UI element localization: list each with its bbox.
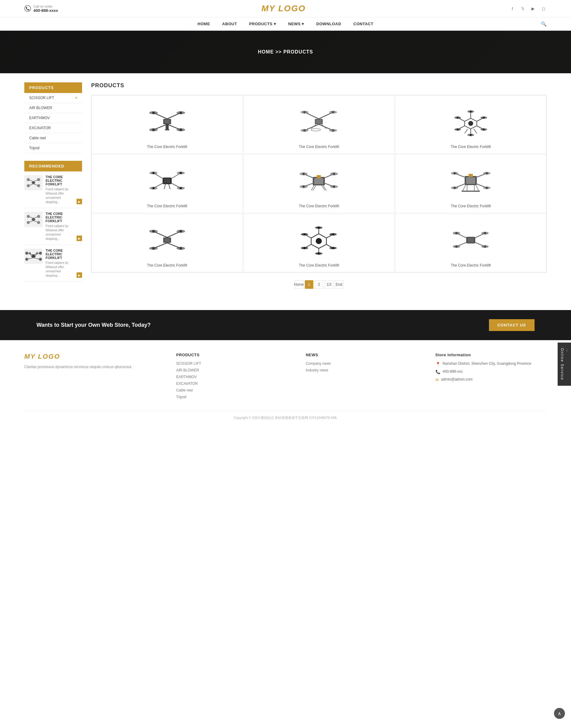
- svg-line-118: [313, 186, 316, 191]
- svg-point-43: [152, 128, 155, 131]
- nav-contact[interactable]: CONTACT: [353, 22, 373, 26]
- sidebar-item-tripod[interactable]: Tripod: [24, 143, 82, 153]
- footer-link-earthmov[interactable]: EARTHMOV: [176, 375, 288, 379]
- page-1[interactable]: 1: [305, 280, 313, 289]
- product-card-1[interactable]: The Core Electric Forklift: [92, 95, 243, 154]
- product-img-5: [248, 161, 390, 200]
- svg-point-173: [304, 247, 306, 249]
- svg-point-153: [152, 247, 155, 249]
- twitter-icon[interactable]: 𝕏: [519, 5, 526, 12]
- product-card-7[interactable]: The Core Electric Forklift: [92, 214, 243, 272]
- svg-point-82: [457, 128, 459, 130]
- footer-link-tripod[interactable]: Tripod: [176, 395, 288, 399]
- footer-address: 📍 Nanshan District, Shenzhen City, Guang…: [436, 361, 547, 366]
- nav-products[interactable]: PRODUCTS ▾: [249, 22, 276, 26]
- sidebar: PRODUCTS SCISSOR LIFT + AIR BLOWER EARTH…: [24, 82, 82, 295]
- sidebar-item-cable[interactable]: Cable reel: [24, 133, 82, 143]
- svg-point-186: [484, 232, 486, 234]
- rec-item-1[interactable]: THE CORE ELECTRIC FORKLIFT Fixed caliper…: [24, 172, 82, 208]
- svg-rect-45: [165, 124, 168, 130]
- svg-point-17: [37, 221, 40, 224]
- search-icon[interactable]: 🔍: [541, 21, 547, 27]
- page-2[interactable]: 2: [315, 280, 323, 289]
- svg-point-174: [304, 233, 306, 235]
- footer-link-company-news[interactable]: Company news: [306, 361, 417, 366]
- product-card-9[interactable]: The Core Electric Forklift: [395, 214, 546, 272]
- svg-point-115: [303, 186, 305, 188]
- products-title: PRODUCTS: [91, 82, 547, 89]
- youtube-icon[interactable]: ▶: [530, 5, 536, 12]
- sidebar-item-airblower[interactable]: AIR BLOWER: [24, 103, 82, 113]
- svg-point-97: [180, 172, 182, 174]
- footer-link-excavator[interactable]: EXCAVATOR: [176, 382, 288, 386]
- sidebar-item-scissor[interactable]: SCISSOR LIFT +: [24, 93, 82, 103]
- cta-text: Wants to Start your Own Web Store, Today…: [36, 322, 151, 328]
- svg-point-30: [36, 252, 38, 254]
- svg-line-100: [164, 184, 165, 189]
- header-top: 📞 Call on order 400-888-xxxx MY LOGO f 𝕏…: [0, 0, 571, 17]
- svg-point-26: [39, 258, 42, 261]
- svg-rect-104: [317, 175, 321, 178]
- sidebar-item-earthmov[interactable]: EARTHMOV: [24, 113, 82, 123]
- product-card-2[interactable]: The Core Electric Forklift: [243, 95, 395, 154]
- rec-item-3[interactable]: THE CORE ELECTRIC FORKLIFT Fixed caliper…: [24, 245, 82, 282]
- svg-point-15: [37, 215, 40, 218]
- rec-info-3: THE CORE ELECTRIC FORKLIFT Fixed caliper…: [45, 249, 74, 278]
- facebook-icon[interactable]: f: [509, 5, 516, 12]
- footer-news-title: NEWS: [306, 352, 417, 357]
- footer-email: ✉ admin@admin.com: [436, 377, 547, 382]
- nav-news[interactable]: NEWS ▾: [288, 22, 304, 26]
- svg-rect-48: [316, 120, 321, 123]
- product-card-8[interactable]: The Core Electric Forklift: [243, 214, 395, 272]
- page-home[interactable]: Home: [295, 280, 303, 289]
- svg-point-171: [332, 247, 334, 249]
- svg-point-113: [303, 173, 305, 175]
- footer-link-scissor[interactable]: SCISSOR LIFT: [176, 361, 288, 366]
- svg-point-59: [303, 129, 306, 132]
- footer-brand: MY LOGO Claritas processus dynamicus rec…: [24, 352, 158, 402]
- svg-rect-122: [466, 177, 475, 184]
- svg-rect-103: [314, 178, 323, 184]
- products-arrow: ▾: [274, 22, 276, 26]
- page-end[interactable]: End: [335, 280, 343, 289]
- product-img-6: [400, 161, 542, 200]
- site-logo[interactable]: MY LOGO: [261, 4, 306, 13]
- nav-home[interactable]: HOME: [198, 22, 210, 26]
- svg-point-135: [486, 187, 488, 189]
- contact-us-button[interactable]: CONTACT US: [489, 319, 535, 331]
- footer-top: MY LOGO Claritas processus dynamicus rec…: [24, 352, 547, 402]
- page-total[interactable]: 1/2: [325, 280, 333, 289]
- svg-point-169: [318, 227, 320, 229]
- footer-link-airblower[interactable]: AIR BLOWER: [176, 368, 288, 372]
- email-icon: ✉: [436, 378, 439, 382]
- nav-download[interactable]: DOWNLOAD: [316, 22, 341, 26]
- svg-point-170: [332, 233, 334, 235]
- sidebar-item-excavator[interactable]: EXCAVATOR: [24, 123, 82, 133]
- product-img-2: [248, 102, 390, 141]
- svg-point-132: [454, 172, 456, 175]
- svg-point-8: [37, 184, 40, 187]
- footer-link-cable[interactable]: Cable reel: [176, 388, 288, 392]
- product-card-4[interactable]: The Core Electric Forklift: [92, 154, 243, 213]
- cta-banner: Wants to Start your Own Web Store, Today…: [0, 310, 571, 340]
- product-img-3: [400, 102, 542, 141]
- footer-products-title: PRODUCTS: [176, 352, 288, 357]
- footer: MY LOGO Claritas processus dynamicus rec…: [0, 340, 571, 426]
- rec-item-2[interactable]: THE CORE ELECTRIC FORKLIFT Fixed caliper…: [24, 208, 82, 245]
- instagram-icon[interactable]: ◻: [540, 5, 547, 12]
- online-service[interactable]: Online Service: [558, 342, 571, 386]
- svg-point-81: [470, 134, 472, 136]
- svg-rect-87: [164, 179, 170, 183]
- product-card-5[interactable]: The Core Electric Forklift: [243, 154, 395, 213]
- svg-point-188: [484, 245, 486, 248]
- product-img-9: [400, 220, 542, 259]
- svg-point-172: [318, 252, 320, 254]
- nav-about[interactable]: ABOUT: [222, 22, 237, 26]
- svg-point-23: [25, 252, 28, 255]
- footer-link-industry-news[interactable]: Industry news: [306, 368, 417, 372]
- product-card-3[interactable]: The Core Electric Forklift: [395, 95, 546, 154]
- footer-logo: MY LOGO: [24, 352, 158, 360]
- footer-products-col: PRODUCTS SCISSOR LIFT AIR BLOWER EARTHMO…: [176, 352, 288, 402]
- product-card-6[interactable]: The Core Electric Forklift: [395, 154, 546, 213]
- svg-point-9: [32, 218, 35, 221]
